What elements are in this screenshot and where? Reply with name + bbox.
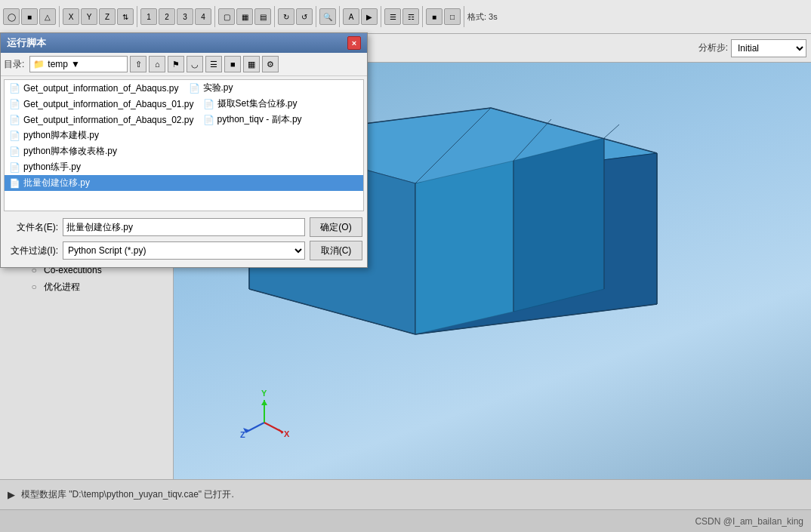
file-row-7[interactable]: 📄 python脚本修改表格.py — [5, 143, 363, 159]
filetype-select[interactable]: Python Script (*.py) — [63, 241, 305, 260]
file-row-4[interactable]: 📄 Get_output_information_of_Abaqus_02.py — [5, 112, 199, 128]
file-icon-9: 📄 — [9, 178, 20, 189]
filename-row: 文件名(E): 确定(O) — [5, 217, 362, 237]
file-row-9[interactable]: 📄 批量创建位移.py — [5, 175, 363, 191]
folder-dropdown-arrow: ▼ — [71, 59, 80, 69]
toolbar-sep-1 — [59, 6, 60, 27]
toolbar-icon-15[interactable]: ↻ — [278, 8, 294, 25]
icon-view-button[interactable]: ▦ — [243, 56, 260, 72]
toolbar-icon-1[interactable]: ◯ — [3, 8, 20, 25]
tree-item-optproc[interactable]: ○ 优化进程 — [0, 278, 173, 295]
watermark-bar: CSDN @I_am_bailan_king — [0, 509, 811, 532]
svg-text:Z: Z — [240, 430, 245, 439]
file-row-0[interactable]: 📄 Get_output_information_of_Abaqus.py — [5, 80, 184, 96]
step-label: 分析步: — [698, 42, 728, 54]
dialog-container: 运行脚本 × 目录: 📁 temp ▼ ⇧ ⌂ ⚑ ◡ ☰ ■ ▦ ⚙ — [0, 0, 370, 302]
file-icon-4: 📄 — [9, 115, 20, 125]
ok-button[interactable]: 确定(O) — [310, 217, 362, 237]
file-row-group-2: 📄 Get_output_information_of_Abaqus_01.py… — [5, 96, 363, 112]
watermark-text: CSDN @I_am_bailan_king — [695, 516, 803, 527]
opt-proc-icon: ○ — [27, 280, 41, 294]
toolbar-icon-21[interactable]: ☶ — [402, 8, 419, 25]
dialog-title: 运行脚本 — [7, 36, 46, 50]
home-button[interactable]: ⌂ — [149, 56, 165, 72]
toolbar-icon-3[interactable]: △ — [39, 8, 56, 25]
folder-name: temp — [48, 59, 68, 69]
toolbar-sep-9 — [464, 6, 464, 27]
toolbar-icon-20[interactable]: ☰ — [384, 8, 401, 25]
file-row-2[interactable]: 📄 Get_output_information_of_Abaqus_01.py — [5, 96, 199, 112]
toolbar-icon-6[interactable]: Z — [99, 8, 116, 25]
file-row-6[interactable]: 📄 python脚本建模.py — [5, 128, 363, 143]
bookmark-button[interactable]: ⚑ — [168, 56, 184, 72]
svg-text:X: X — [284, 429, 290, 438]
toolbar-icon-11[interactable]: 4 — [195, 8, 211, 25]
step-box: 分析步: Initial — [698, 39, 806, 57]
list-view-button[interactable]: ☰ — [205, 56, 222, 72]
status-message: 模型数据库 "D:\temp\python_yuyan_tiqv.cae" 已打… — [21, 488, 234, 501]
file-row-8[interactable]: 📄 python练手.py — [5, 159, 363, 175]
file-icon-8: 📄 — [9, 162, 20, 173]
filename-input[interactable] — [63, 218, 305, 236]
run-script-dialog: 运行脚本 × 目录: 📁 temp ▼ ⇧ ⌂ ⚑ ◡ ☰ ■ ▦ ⚙ — [0, 32, 368, 268]
file-row-1[interactable]: 📄 实验.py — [184, 80, 364, 96]
file-row-group-1: 📄 Get_output_information_of_Abaqus.py 📄 … — [5, 80, 363, 96]
toolbar-sep-7 — [381, 6, 381, 27]
file-icon-1: 📄 — [189, 83, 200, 94]
axis-indicator: Z Y X — [234, 381, 294, 441]
filetype-label: 文件过滤(I): — [5, 244, 58, 257]
svg-text:Y: Y — [261, 389, 267, 398]
toolbar-sep-8 — [422, 6, 423, 27]
toolbar-icon-9[interactable]: 2 — [159, 8, 175, 25]
file-row-5[interactable]: 📄 python_tiqv - 副本.py — [199, 112, 364, 128]
svg-line-16 — [604, 125, 619, 138]
toolbar-icon-12[interactable]: ▢ — [218, 8, 235, 25]
cancel-button[interactable]: 取消(C) — [310, 241, 362, 260]
dialog-title-bar: 运行脚本 × — [1, 33, 367, 53]
new-folder-button[interactable]: ◡ — [187, 56, 203, 72]
file-icon-5: 📄 — [203, 115, 214, 125]
toolbar-sep-6 — [339, 6, 340, 27]
toolbar-icon-8[interactable]: 1 — [140, 8, 157, 25]
toolbar-sep-5 — [316, 6, 316, 27]
dialog-close-button[interactable]: × — [347, 36, 361, 50]
file-list[interactable]: 📄 Get_output_information_of_Abaqus.py 📄 … — [4, 79, 364, 211]
file-icon-2: 📄 — [9, 99, 20, 109]
detail-view-button[interactable]: ■ — [224, 56, 241, 72]
settings-button[interactable]: ⚙ — [262, 56, 279, 72]
toolbar-icon-7[interactable]: ⇅ — [117, 8, 134, 25]
toolbar-icon-5[interactable]: Y — [81, 8, 97, 25]
toolbar-icon-22[interactable]: ■ — [426, 8, 443, 25]
nav-up-button[interactable]: ⇧ — [130, 56, 146, 72]
file-icon-6: 📄 — [9, 131, 20, 141]
top-toolbar: ◯ ■ △ X Y Z ⇅ 1 2 3 4 ▢ ▦ ▤ ↻ ↺ 🔍 A ▶ ☰ … — [0, 0, 811, 34]
svg-marker-4 — [513, 138, 604, 312]
toolbar-icon-14[interactable]: ▤ — [254, 8, 271, 25]
svg-line-17 — [245, 423, 264, 432]
file-row-group-3: 📄 Get_output_information_of_Abaqus_02.py… — [5, 112, 363, 128]
toolbar-icon-16[interactable]: ↺ — [296, 8, 313, 25]
location-label: 目录: — [4, 58, 24, 71]
folder-icon: 📁 — [33, 59, 45, 69]
svg-marker-21 — [261, 400, 267, 405]
status-bar: ▶ 模型数据库 "D:\temp\python_yuyan_tiqv.cae" … — [0, 479, 811, 509]
svg-marker-3 — [415, 161, 513, 334]
toolbar-icon-4[interactable]: X — [63, 8, 79, 25]
toolbar-sep-3 — [214, 6, 215, 27]
step-select[interactable]: Initial — [731, 39, 806, 57]
file-icon-0: 📄 — [9, 83, 20, 94]
folder-path-display: 📁 temp ▼ — [29, 56, 128, 72]
toolbar-icon-2[interactable]: ■ — [21, 8, 38, 25]
toolbar-icon-19[interactable]: ▶ — [361, 8, 378, 25]
filetype-row: 文件过滤(I): Python Script (*.py) 取消(C) — [5, 241, 362, 260]
file-row-3[interactable]: 📄 摄取Set集合位移.py — [199, 96, 364, 112]
toolbar-icon-10[interactable]: 3 — [177, 8, 193, 25]
file-icon-7: 📄 — [9, 146, 20, 157]
toolbar-icon-13[interactable]: ▦ — [236, 8, 253, 25]
file-toolbar: 目录: 📁 temp ▼ ⇧ ⌂ ⚑ ◡ ☰ ■ ▦ ⚙ — [1, 53, 367, 76]
toolbar-sep-4 — [274, 6, 275, 27]
toolbar-icon-18[interactable]: A — [343, 8, 359, 25]
toolbar-icon-17[interactable]: 🔍 — [319, 8, 336, 25]
toolbar-icon-23[interactable]: □ — [444, 8, 461, 25]
toolbar-sep-2 — [137, 6, 137, 27]
